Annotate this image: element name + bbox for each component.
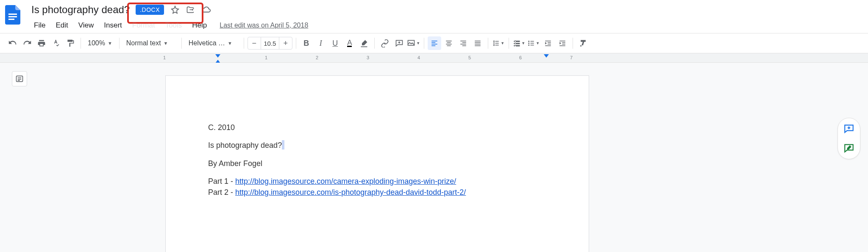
right-indent-marker[interactable] [544, 54, 549, 58]
font-size-decrease[interactable]: − [248, 37, 261, 49]
italic-button[interactable]: I [314, 36, 328, 50]
bullet-list-button[interactable]: ▼ [527, 36, 540, 50]
last-edit-link[interactable]: Last edit was on April 5, 2018 [220, 22, 308, 29]
cloud-icon[interactable] [201, 6, 211, 14]
ruler-tick: 7 [570, 55, 573, 60]
doc-line: By Amber Fogel [208, 158, 546, 169]
menu-file[interactable]: File [30, 19, 50, 31]
align-left-button[interactable] [428, 36, 441, 50]
align-justify-button[interactable] [471, 36, 484, 50]
font-size-box: − + [248, 37, 292, 50]
zoom-select[interactable]: 100%▼ [84, 37, 116, 50]
add-comment-side[interactable] [842, 122, 856, 136]
svg-rect-1 [8, 16, 17, 17]
ruler-tick: 6 [519, 55, 522, 60]
text-color-button[interactable]: A [343, 36, 356, 50]
toolbar: 100%▼ Normal text▼ Helvetica …▼ − + B I … [0, 33, 868, 53]
doc-line: Is photography dead? [208, 140, 546, 150]
decrease-indent-button[interactable] [541, 36, 555, 50]
doc-line: C. 2010 [208, 122, 546, 133]
suggest-edits-side[interactable] [842, 141, 856, 155]
document-title[interactable]: Is photography dead? [30, 3, 131, 17]
outline-toggle[interactable] [12, 71, 27, 86]
link-part2[interactable]: http://blog.imagesource.com/is-photograp… [235, 188, 466, 197]
doc-line: Part 2 - http://blog.imagesource.com/is-… [208, 187, 546, 197]
print-button[interactable] [35, 36, 48, 50]
ruler-tick: 2 [316, 55, 318, 60]
menu-edit[interactable]: Edit [51, 19, 72, 31]
undo-button[interactable] [6, 36, 19, 50]
highlight-button[interactable] [357, 36, 371, 50]
text-cursor [282, 140, 284, 150]
menu-format[interactable]: Format [128, 19, 159, 31]
checklist-button[interactable]: ▼ [512, 36, 526, 50]
ruler-tick: 1 [265, 55, 267, 60]
insert-link-button[interactable] [378, 36, 392, 50]
docs-logo[interactable] [4, 4, 21, 25]
document-page[interactable]: C. 2010 Is photography dead? By Amber Fo… [165, 75, 589, 252]
ruler-tick: 5 [468, 55, 471, 60]
align-center-button[interactable] [442, 36, 456, 50]
line-spacing-button[interactable]: ▼ [492, 36, 505, 50]
font-size-input[interactable] [261, 37, 279, 49]
menu-help[interactable]: Help [188, 19, 211, 31]
star-icon[interactable] [171, 6, 179, 14]
svg-point-5 [529, 43, 530, 44]
svg-rect-2 [8, 19, 14, 20]
svg-rect-0 [8, 14, 17, 15]
doc-line: Part 1 - http://blog.imagesource.com/cam… [208, 176, 546, 186]
underline-button[interactable]: U [328, 36, 342, 50]
indent-marker-top[interactable] [215, 54, 220, 58]
paint-format-button[interactable] [64, 36, 77, 50]
spellcheck-button[interactable] [49, 36, 63, 50]
docx-badge[interactable]: .DOCX [136, 5, 164, 15]
font-select[interactable]: Helvetica …▼ [185, 37, 240, 50]
insert-image-button[interactable]: ▼ [407, 36, 420, 50]
ruler-tick: 3 [367, 55, 369, 60]
bold-button[interactable]: B [300, 36, 313, 50]
svg-point-6 [529, 44, 530, 46]
menu-insert[interactable]: Insert [100, 19, 126, 31]
align-right-button[interactable] [456, 36, 470, 50]
svg-point-4 [529, 41, 530, 42]
menu-tools[interactable]: Tools [161, 19, 186, 31]
side-tool-panel [837, 118, 860, 159]
increase-indent-button[interactable] [556, 36, 569, 50]
move-icon[interactable] [186, 6, 195, 14]
font-size-increase[interactable]: + [279, 37, 292, 49]
link-part1[interactable]: http://blog.imagesource.com/camera-explo… [235, 177, 456, 186]
clear-formatting-button[interactable] [576, 36, 590, 50]
menu-view[interactable]: View [74, 19, 98, 31]
style-select[interactable]: Normal text▼ [123, 37, 178, 50]
ruler[interactable]: 1 1 2 3 4 5 6 7 [0, 53, 868, 63]
ruler-tick: 1 [163, 55, 166, 60]
redo-button[interactable] [20, 36, 34, 50]
ruler-tick: 4 [417, 55, 420, 60]
add-comment-button[interactable] [392, 36, 406, 50]
